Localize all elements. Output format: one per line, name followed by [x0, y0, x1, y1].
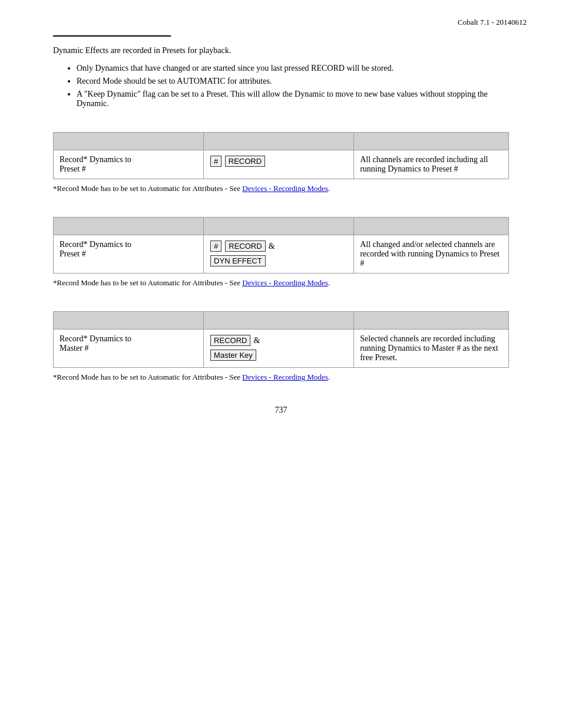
bullet-item-3: A "Keep Dynamic" flag can be set to a Pr…	[77, 90, 509, 108]
table1-note-period: .	[328, 184, 330, 193]
key-record-3: RECORD	[210, 335, 250, 346]
table3-note-text: *Record Mode has to be set to Automatic …	[53, 373, 242, 381]
table-section-3: Record* Dynamics toMaster # RECORD & Mas…	[53, 311, 509, 382]
bullet-list: Only Dynamics that have changed or are s…	[77, 64, 509, 108]
table3-col1-header	[54, 312, 204, 330]
table-row: Record* Dynamics toPreset # # RECORD & D…	[54, 235, 509, 274]
table-3: Record* Dynamics toMaster # RECORD & Mas…	[53, 311, 509, 368]
table1-note: *Record Mode has to be set to Automatic …	[53, 184, 509, 193]
key-hash-2: #	[210, 241, 222, 252]
table2-col1-header	[54, 218, 204, 235]
table-2: Record* Dynamics toPreset # # RECORD & D…	[53, 217, 509, 274]
table1-cell2: # RECORD	[204, 150, 354, 179]
page: Cobalt 7.1 - 20140612 Dynamic Effects ar…	[0, 0, 562, 728]
bullet-item-2: Record Mode should be set to AUTOMATIC f…	[77, 77, 509, 86]
page-number: 737	[275, 406, 287, 414]
table3-col3-header	[354, 312, 509, 330]
table2-note: *Record Mode has to be set to Automatic …	[53, 278, 509, 288]
intro-text: Dynamic Effects are recorded in Presets …	[53, 46, 509, 55]
table1-cell1: Record* Dynamics toPreset #	[54, 150, 204, 179]
ampersand-3: &	[253, 336, 260, 345]
table1-note-text: *Record Mode has to be set to Automatic …	[53, 184, 242, 193]
table2-cell2: # RECORD & DYN EFFECT	[204, 235, 354, 274]
table3-cell1: Record* Dynamics toMaster #	[54, 330, 204, 368]
table-section-2: Record* Dynamics toPreset # # RECORD & D…	[53, 217, 509, 288]
key-dyneffect: DYN EFFECT	[210, 255, 266, 266]
table1-note-link[interactable]: Devices - Recording Modes	[242, 184, 328, 193]
table2-note-text: *Record Mode has to be set to Automatic …	[53, 278, 242, 287]
table-section-1: Record* Dynamics toPreset # # RECORD All…	[53, 132, 509, 193]
key-hash-1: #	[210, 156, 222, 167]
table3-note: *Record Mode has to be set to Automatic …	[53, 373, 509, 382]
key-record-1: RECORD	[225, 156, 265, 167]
version-text: Cobalt 7.1 - 20140612	[458, 18, 527, 27]
table3-col2-header	[204, 312, 354, 330]
table1-cell3: All channels are recorded including all …	[354, 150, 509, 179]
table3-note-period: .	[328, 373, 330, 381]
table2-col2-header	[204, 218, 354, 235]
table1-col2-header	[204, 133, 354, 150]
table2-note-period: .	[328, 278, 330, 287]
ampersand-2: &	[269, 242, 275, 251]
table3-cell2: RECORD & Master Key	[204, 330, 354, 368]
table1-col3-header	[354, 133, 509, 150]
table-1: Record* Dynamics toPreset # # RECORD All…	[53, 132, 509, 179]
table2-cell3: All changed and/or selected channels are…	[354, 235, 509, 274]
version-header: Cobalt 7.1 - 20140612	[458, 18, 527, 27]
table1-col1-header	[54, 133, 204, 150]
bullet-item-1: Only Dynamics that have changed or are s…	[77, 64, 509, 73]
table2-col3-header	[354, 218, 509, 235]
table-row: Record* Dynamics toMaster # RECORD & Mas…	[54, 330, 509, 368]
section-rule	[53, 35, 171, 37]
table2-cell1: Record* Dynamics toPreset #	[54, 235, 204, 274]
footer: 737	[53, 406, 509, 415]
table3-cell3: Selected channels are recorded including…	[354, 330, 509, 368]
key-record-2: RECORD	[225, 241, 265, 252]
table-row: Record* Dynamics toPreset # # RECORD All…	[54, 150, 509, 179]
key-masterkey: Master Key	[210, 350, 256, 361]
table2-note-link[interactable]: Devices - Recording Modes	[242, 278, 328, 287]
table3-note-link[interactable]: Devices - Recording Modes	[242, 373, 328, 381]
